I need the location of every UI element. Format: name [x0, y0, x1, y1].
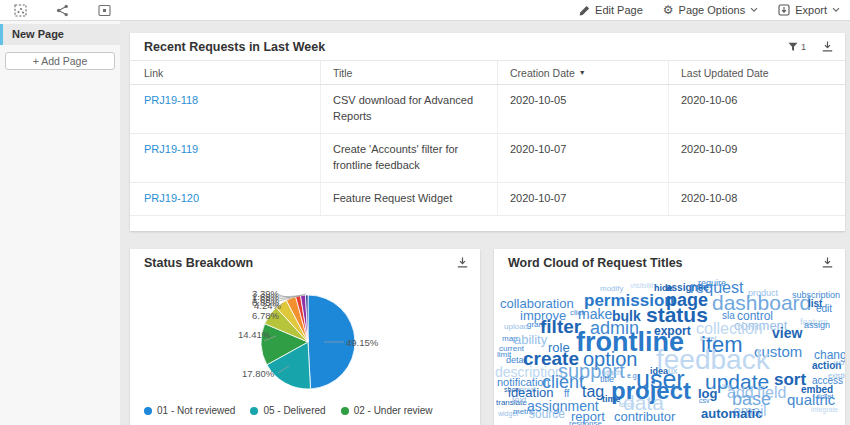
cloud-word: edit: [816, 304, 832, 314]
cell-link: PRJ19-120: [130, 183, 320, 215]
table-row: PRJ19-118CSV download for Advanced Repor…: [130, 85, 845, 134]
gear-icon: ⚙: [663, 4, 674, 16]
cloud-word: response: [569, 420, 602, 425]
cloud-word: csv: [699, 397, 710, 404]
filter-count: 1: [801, 42, 806, 52]
table-row: PRJ19-120Feature Request Widget2020-10-0…: [130, 183, 845, 216]
dashboard-screen: Edit Page ⚙ Page Options Export: [0, 0, 850, 425]
cell-updated: 2020-10-09: [668, 134, 845, 182]
request-link[interactable]: PRJ19-120: [144, 192, 199, 204]
present-button[interactable]: [98, 4, 111, 17]
legend-dot: [250, 407, 258, 415]
share-button[interactable]: [56, 4, 69, 17]
pencil-icon: [579, 5, 590, 16]
requests-card: Recent Requests in Last Week 1 LinkTitle…: [130, 33, 845, 231]
cloud-word: time: [602, 395, 621, 404]
download-icon: [822, 41, 833, 52]
requests-table-body: PRJ19-118CSV download for Advanced Repor…: [130, 85, 845, 216]
topbar-left-icons: [10, 4, 111, 17]
cell-created: 2020-10-07: [497, 134, 668, 182]
cell-updated: 2020-10-06: [668, 85, 845, 133]
cloud-word: contributor: [614, 410, 675, 423]
add-page-label: + Add Page: [33, 55, 88, 67]
legend-label: 01 - Not reviewed: [157, 405, 235, 416]
sidebar-item-new-page[interactable]: New Page: [0, 24, 120, 45]
cloud-word: assign: [804, 321, 830, 330]
sidebar: New Page + Add Page: [0, 21, 120, 425]
export-label: Export: [795, 4, 827, 16]
cell-title: CSV download for Advanced Reports: [320, 85, 497, 133]
cloud-word: integrate: [811, 406, 838, 413]
wordcloud-card: Word Cloud of Request Titles modifyvisib…: [494, 249, 845, 425]
add-page-button[interactable]: + Add Page: [5, 52, 115, 70]
dashboard-widgets-button[interactable]: [14, 4, 27, 17]
cloud-word: source: [529, 408, 565, 420]
chevron-down-icon: [832, 7, 840, 13]
requests-card-title: Recent Requests in Last Week: [144, 40, 325, 54]
pie-percent-label: 0.85%: [252, 297, 279, 308]
request-link[interactable]: PRJ19-118: [144, 94, 198, 106]
pie-percent-label: 6.78%: [252, 310, 279, 321]
requests-table: LinkTitleCreation Date▼Last Updated Date…: [130, 61, 845, 216]
topbar: Edit Page ⚙ Page Options Export: [0, 0, 850, 21]
cell-created: 2020-10-05: [497, 85, 668, 133]
cloud-word: view: [772, 326, 802, 340]
request-link[interactable]: PRJ19-119: [144, 143, 198, 155]
page-options-button[interactable]: ⚙ Page Options: [663, 4, 758, 16]
column-label: Link: [144, 67, 163, 79]
legend-label: 02 - Under review: [354, 405, 433, 416]
cell-title: Feature Request Widget: [320, 183, 497, 215]
column-label: Last Updated Date: [681, 67, 769, 79]
pie-percent-label: 49.15%: [346, 337, 379, 348]
pie-percent-label: 17.80%: [242, 368, 275, 379]
column-header-last-updated-date[interactable]: Last Updated Date: [668, 61, 845, 84]
dashboard-icon: [14, 4, 27, 17]
word-cloud: modifyvisibilityhideassigneerequirereque…: [494, 249, 845, 425]
cell-updated: 2020-10-08: [668, 183, 845, 215]
cell-created: 2020-10-07: [497, 183, 668, 215]
sort-desc-icon: ▼: [579, 69, 586, 76]
column-header-creation-date[interactable]: Creation Date▼: [497, 61, 668, 84]
page-options-label: Page Options: [679, 4, 746, 16]
cloud-word: upload: [504, 323, 528, 331]
cell-link: PRJ19-118: [130, 85, 320, 133]
export-button[interactable]: Export: [778, 4, 840, 16]
status-pie-chart: 49.15%17.80%14.41%6.78%4.24%3.39%1.69%1.…: [130, 249, 480, 425]
column-header-title[interactable]: Title: [320, 61, 497, 84]
legend-label: 05 - Delivered: [263, 405, 325, 416]
table-row: PRJ19-119Create 'Accounts' filter for fr…: [130, 134, 845, 183]
cloud-word: qualtric: [787, 392, 835, 407]
status-legend: 01 - Not reviewed05 - Delivered02 - Unde…: [144, 405, 433, 416]
edit-page-label: Edit Page: [595, 4, 643, 16]
legend-dot: [341, 407, 349, 415]
status-card: Status Breakdown 49.15%17.80%14.41%6.78%…: [130, 249, 480, 425]
cloud-word: work: [834, 359, 845, 367]
column-label: Creation Date: [510, 67, 575, 79]
cloud-word: text: [512, 396, 527, 405]
requests-card-header: Recent Requests in Last Week 1: [130, 33, 845, 61]
legend-item: 02 - Under review: [341, 405, 433, 416]
download-button[interactable]: [822, 41, 833, 52]
legend-item: 05 - Delivered: [250, 405, 325, 416]
pie-percent-label: 14.41%: [238, 329, 271, 340]
edit-page-button[interactable]: Edit Page: [579, 4, 643, 16]
page-item-label: New Page: [12, 28, 64, 40]
legend-item: 01 - Not reviewed: [144, 405, 235, 416]
share-icon: [56, 4, 69, 17]
cloud-word: automatic: [701, 407, 762, 420]
column-label: Title: [333, 67, 352, 79]
export-icon: [778, 4, 790, 16]
legend-dot: [144, 407, 152, 415]
topbar-right-actions: Edit Page ⚙ Page Options Export: [579, 4, 840, 16]
filter-icon: [788, 42, 798, 52]
cell-link: PRJ19-119: [130, 134, 320, 182]
filter-button[interactable]: 1: [788, 42, 806, 52]
chevron-down-icon: [750, 7, 758, 13]
requests-table-header: LinkTitleCreation Date▼Last Updated Date: [130, 61, 845, 85]
present-icon: [98, 4, 111, 17]
column-header-link[interactable]: Link: [130, 61, 320, 84]
cell-title: Create 'Accounts' filter for frontline f…: [320, 134, 497, 182]
